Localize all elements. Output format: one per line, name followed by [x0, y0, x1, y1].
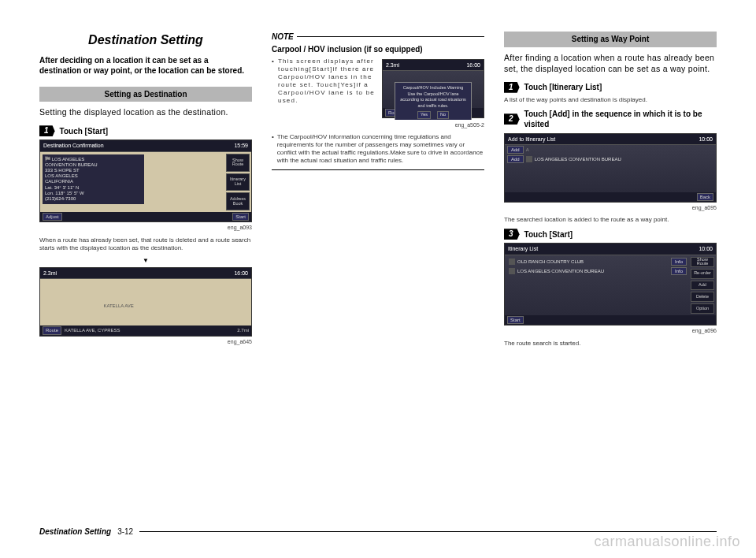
column-3: Setting as Way Point After finding a loc…	[504, 32, 717, 489]
bullet-text: This screen displays after touching[Star…	[278, 58, 377, 105]
dist-label: 2.7mi	[237, 327, 249, 333]
column-2: NOTE Carpool / HOV inclusion (if so equi…	[272, 32, 484, 489]
bullet-icon: •	[272, 133, 274, 165]
info-line: LOS ANGELES	[45, 173, 142, 179]
popup-title: Carpool/HOV Includes Warning	[398, 85, 468, 91]
option-button[interactable]: Option	[691, 303, 714, 314]
image-caption: eng_a505-2	[272, 121, 484, 128]
image-caption: eng_a093	[39, 224, 252, 231]
footer-rule	[139, 531, 717, 533]
show-route-button[interactable]: Show Route	[691, 257, 714, 267]
start-button[interactable]: Start	[232, 213, 249, 221]
image-caption: eng_a096	[504, 327, 717, 334]
step-3: 3 Touch [Start]	[504, 229, 717, 240]
list-row: LOS ANGELES CONVENTION BUREAU Info	[506, 266, 689, 276]
body-text: After finding a location when a route ha…	[504, 52, 717, 74]
location-label: KATELLA AVE, CYPRESS	[65, 327, 120, 333]
add-button[interactable]: Add	[691, 281, 714, 291]
step-1: 1 Touch [Itinerary List]	[504, 82, 717, 93]
screen-body: Carpool/HOV Includes Warning Use the Car…	[383, 71, 484, 107]
screen-body: Add A Add LOS ANGELES CONVENTION BUREAU	[505, 145, 716, 192]
screen-time: 10:00	[699, 136, 713, 143]
note-text: When a route has already been set, that …	[39, 236, 252, 252]
screenshot-destination-confirmation: Destination Confirmation 15:59 🏁 LOS ANG…	[39, 140, 252, 222]
watermark: carmanualsonline.info	[594, 534, 740, 550]
delete-button[interactable]: Delete	[691, 292, 714, 302]
row-label: LOS ANGELES CONVENTION BUREAU	[517, 268, 669, 274]
distance-badge: 2.3mi	[386, 61, 399, 69]
note-text: The route search is started.	[504, 340, 717, 348]
info-button[interactable]: Info	[671, 258, 687, 266]
bottom-bar: Start	[505, 315, 716, 325]
screen-title: Add to Itinerary List	[508, 136, 555, 143]
down-triangle-icon: ▼	[39, 257, 252, 266]
popup-body: Use the Carpool/HOV lane according to ac…	[398, 91, 468, 109]
list-row: Add LOS ANGELES CONVENTION BUREAU	[505, 154, 716, 164]
intro-text: After deciding on a location it can be s…	[39, 55, 252, 76]
screenshot-map-route: 2.3mi 16:00 KATELLA AVE Route KATELLA AV…	[39, 267, 252, 337]
itinerary-list-button[interactable]: Itinerary List	[226, 173, 250, 192]
add-button[interactable]: Add	[507, 146, 524, 154]
section-bar-waypoint: Setting as Way Point	[504, 32, 717, 47]
bullet-text: The Carpool/HOV information concerning t…	[277, 133, 484, 165]
screenshot-hov-popup: 2.3mi 16:00 Carpool/HOV Includes Warning…	[382, 59, 484, 118]
info-line: Lat. 34° 3' 11" N	[45, 185, 142, 191]
bottom-bar: Back	[505, 192, 716, 202]
rule-line	[297, 36, 484, 37]
body-text: Setting the displayed location as the de…	[39, 106, 252, 117]
bottom-bar: Route KATELLA AVE, CYPRESS 2.7mi	[40, 326, 251, 335]
bullet-icon: •	[272, 58, 275, 105]
step-label: Touch [Start]	[60, 126, 108, 137]
screen-header: Add to Itinerary List 10:00	[505, 134, 716, 145]
distance-badge: 2.3mi	[43, 270, 57, 277]
footer-page-number: 3-12	[117, 527, 133, 536]
page-title: Destination Setting	[39, 32, 252, 49]
note-heading: NOTE	[272, 32, 484, 43]
screenshot-add-itinerary: Add to Itinerary List 10:00 Add A Add LO…	[504, 133, 717, 203]
note-subhead: Carpool / HOV inclusion (if so equipped)	[272, 44, 484, 55]
info-line: CONVENTION BUREAU	[45, 162, 142, 168]
map-area: KATELLA AVE	[40, 279, 251, 326]
route-button[interactable]: Route	[43, 326, 61, 334]
screen-header: Destination Confirmation 15:59	[40, 140, 251, 151]
screenshot-itinerary-list: Itinerary List 10:00 OLD RANCH COUNTRY C…	[504, 243, 717, 326]
reorder-button[interactable]: Re-order	[691, 269, 714, 279]
street-label: KATELLA AVE	[103, 303, 133, 309]
hov-warning-popup: Carpool/HOV Includes Warning Use the Car…	[395, 82, 471, 120]
rule-line	[272, 169, 484, 170]
screen-header: 2.3mi 16:00	[383, 60, 484, 71]
info-line: 🏁 LOS ANGELES	[45, 157, 142, 162]
step-label: Touch [Start]	[524, 229, 573, 240]
note-label: NOTE	[272, 32, 294, 43]
flag-icon	[526, 156, 532, 162]
show-route-button[interactable]: Show Route	[226, 154, 250, 172]
start-button[interactable]: Start	[507, 316, 524, 324]
no-button[interactable]: No	[437, 111, 449, 118]
back-button[interactable]: Back	[697, 193, 713, 201]
list-row: Add A	[505, 145, 716, 154]
info-line: (213)624-7300	[45, 196, 142, 202]
flag-icon	[509, 259, 515, 265]
flag-icon	[509, 268, 515, 274]
screen-header: Itinerary List 10:00	[505, 244, 716, 255]
section-bar-destination: Setting as Destination	[39, 87, 252, 102]
yes-button[interactable]: Yes	[417, 111, 431, 118]
step-1: 1 Touch [Start]	[39, 125, 252, 136]
bottom-bar: Adjust Start	[40, 212, 251, 221]
screen-time: 15:59	[234, 142, 248, 149]
image-caption: eng_a645	[39, 338, 252, 345]
screen-header: 2.3mi 16:00	[40, 268, 251, 279]
adjust-button[interactable]: Adjust	[43, 213, 62, 221]
screen-body: OLD RANCH COUNTRY CLUB Info LOS ANGELES …	[505, 255, 716, 315]
image-caption: eng_a095	[504, 204, 717, 211]
step-note: A list of the way points and destination…	[504, 96, 717, 104]
info-button[interactable]: Info	[671, 267, 687, 275]
step-2: 2 Touch [Add] in the sequence in which i…	[504, 109, 717, 130]
side-buttons: Show Route Itinerary List Address Book	[226, 154, 250, 210]
add-button[interactable]: Add	[507, 155, 524, 163]
side-buttons: Show Route Re-order Add Delete Option	[691, 257, 714, 314]
address-book-button[interactable]: Address Book	[226, 192, 250, 210]
step-number-icon: 3	[504, 229, 520, 240]
list-row: OLD RANCH COUNTRY CLUB Info	[506, 257, 689, 266]
footer-section: Destination Setting	[39, 527, 111, 536]
